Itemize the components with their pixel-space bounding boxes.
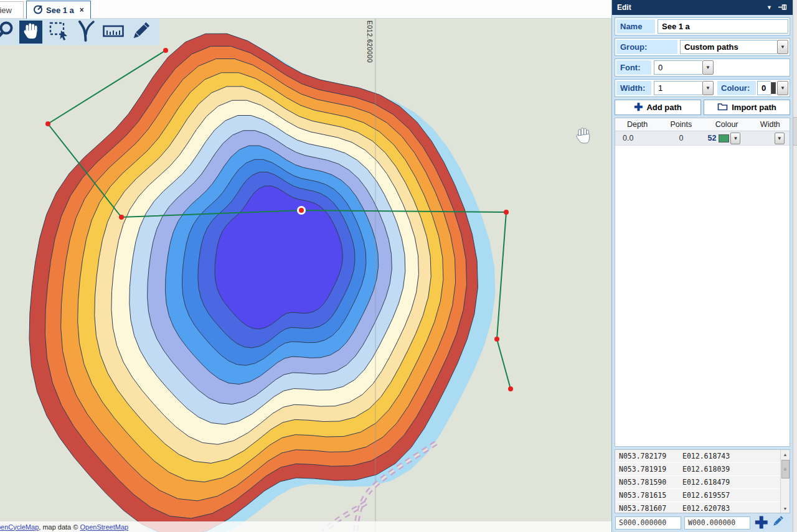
scroll-up-icon[interactable]: ▲ [783, 450, 788, 459]
chevron-down-icon[interactable]: ▼ [777, 40, 788, 54]
edit-point-pencil-icon[interactable] [771, 515, 784, 530]
map-toolbar [0, 19, 159, 45]
colour-swatch [771, 82, 776, 94]
path-vertex[interactable] [504, 210, 509, 215]
tab-view[interactable]: View [0, 1, 24, 18]
path-table: Depth Points Colour Width 0.0 0 52 ▼ [615, 118, 790, 447]
folder-icon [717, 102, 728, 113]
name-input[interactable]: See 1 a [658, 19, 788, 34]
table-row[interactable]: 0.0 0 52 ▼ ▼ [615, 131, 790, 146]
plus-icon: ✚ [634, 102, 643, 113]
row-colour-swatch [719, 134, 729, 142]
path-vertex[interactable] [45, 121, 50, 126]
scroll-down-icon[interactable]: ▼ [783, 504, 788, 513]
openstreetmap-link[interactable]: OpenStreetMap [80, 523, 128, 531]
header-depth: Depth [615, 118, 659, 131]
coordinate-row[interactable]: N053.781607 E012.620783 [615, 502, 780, 513]
path-vertex[interactable] [163, 48, 168, 53]
name-row: Name See 1 a [615, 17, 790, 35]
window-edge-strip [793, 0, 797, 532]
coordinate-scrollbar[interactable]: ▲ ≡ ▼ [780, 450, 790, 513]
gauge-icon [33, 4, 43, 16]
coordinate-list: N053.782179 E012.618743 N053.781919 E012… [615, 449, 790, 513]
group-label: Group: [616, 40, 677, 54]
path-vertex[interactable] [494, 337, 499, 342]
draw-tool-button[interactable] [129, 21, 152, 44]
path-buttons-row: ✚ Add path Import path [615, 100, 790, 115]
font-row: Font: 0 ▼ [615, 58, 790, 77]
chevron-down-icon[interactable]: ▼ [777, 81, 788, 95]
hand-cursor-icon [574, 126, 593, 149]
panel-title: Edit [617, 3, 631, 12]
cell-points: 0 [659, 134, 702, 142]
edit-panel: Edit ▼ Name See 1 a Group: Custom paths … [611, 0, 793, 532]
path-vertex[interactable] [119, 215, 124, 220]
colour-select[interactable]: 0 ▼ [757, 81, 788, 95]
pan-tool-button[interactable] [19, 21, 42, 44]
coordinate-row[interactable]: N053.781590 E012.618479 [615, 476, 780, 488]
width-select[interactable]: 1 ▼ [654, 81, 714, 95]
hand-icon [22, 22, 40, 43]
collapsed-panel-tab[interactable] [793, 117, 797, 146]
header-points: Points [659, 118, 702, 131]
tab-bar: View See 1 a × [0, 0, 611, 19]
coordinate-row[interactable]: N053.781919 E012.618039 [615, 463, 780, 475]
header-colour: Colour [703, 118, 751, 131]
table-header: Depth Points Colour Width [615, 118, 790, 131]
group-select[interactable]: Custom paths ▼ [680, 40, 788, 54]
row-colour-select[interactable]: 52 ▼ [708, 133, 751, 144]
opencyclemap-link[interactable]: penCycleMap [0, 523, 39, 531]
width-label: Width: [616, 81, 651, 95]
header-width: Width [751, 118, 790, 131]
tab-label: See 1 a [46, 6, 74, 15]
edit-panel-header: Edit ▼ [612, 0, 793, 15]
split-path-icon [75, 21, 97, 44]
latitude-input[interactable]: S000.000000 [615, 516, 681, 530]
scrollbar-thumb[interactable]: ≡ [781, 460, 790, 478]
ruler-icon [102, 22, 125, 43]
new-point-row: S000.000000 W000.000000 ✚ [612, 513, 793, 532]
add-path-button[interactable]: ✚ Add path [615, 100, 701, 115]
add-point-button[interactable]: ✚ [755, 516, 768, 529]
panel-menu-icon[interactable]: ▼ [766, 4, 772, 11]
cell-depth: 0.0 [615, 134, 659, 142]
colour-label: Colour: [717, 81, 756, 95]
map-canvas[interactable]: E012.620000 View [0, 0, 611, 532]
longitude-grid-label: E012.620000 [366, 21, 374, 63]
name-label: Name [616, 19, 655, 34]
longitude-input[interactable]: W000.000000 [684, 516, 750, 530]
selection-rectangle-icon [48, 21, 69, 44]
group-row: Group: Custom paths ▼ [615, 38, 790, 56]
width-colour-row: Width: 1 ▼ Colour: 0 ▼ [615, 79, 790, 97]
magnifier-icon [0, 20, 14, 45]
path-vertex[interactable] [508, 386, 513, 391]
pin-icon[interactable] [778, 4, 788, 12]
tab-close-icon[interactable]: × [80, 6, 84, 14]
chevron-down-icon[interactable]: ▼ [702, 81, 714, 95]
path-vertex-selected[interactable] [298, 207, 305, 214]
map-attribution: penCycleMap, map data © OpenStreetMap [0, 521, 611, 532]
chevron-down-icon[interactable]: ▼ [702, 60, 714, 75]
select-tool-button[interactable] [47, 21, 70, 44]
cell-colour: 52 ▼ [703, 133, 751, 144]
coordinate-row[interactable]: N053.781615 E012.619557 [615, 489, 780, 502]
font-select[interactable]: 0 ▼ [654, 60, 714, 75]
import-path-button[interactable]: Import path [704, 100, 790, 115]
zoom-tool-button[interactable] [0, 21, 15, 44]
chevron-down-icon[interactable]: ▼ [730, 133, 740, 144]
split-tool-button[interactable] [74, 21, 97, 44]
cell-width: ▼ [751, 133, 790, 144]
lake-map [0, 0, 611, 532]
application-window: E012.620000 View [0, 0, 797, 532]
pencil-icon [130, 21, 151, 44]
measure-tool-button[interactable] [101, 21, 125, 44]
tab-see-1-a[interactable]: See 1 a × [26, 1, 91, 19]
font-label: Font: [616, 60, 651, 75]
row-width-select[interactable]: ▼ [755, 133, 790, 144]
coordinate-row[interactable]: N053.782179 E012.618743 [615, 450, 780, 462]
chevron-down-icon[interactable]: ▼ [775, 133, 785, 144]
